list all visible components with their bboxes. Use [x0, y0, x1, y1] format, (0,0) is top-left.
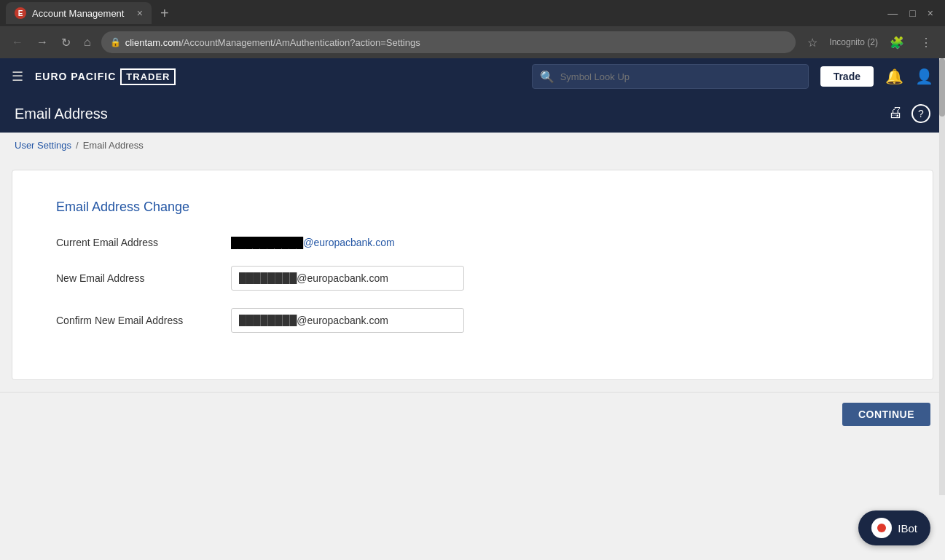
brand-box: TRADER — [120, 68, 176, 85]
new-email-row: New Email Address — [56, 266, 889, 291]
user-icon[interactable]: 👤 — [915, 68, 933, 85]
search-input[interactable] — [560, 71, 801, 82]
browser-menu-button[interactable]: ⋮ — [916, 33, 936, 52]
brand-logo: EURO PACIFIC TRADER — [35, 68, 176, 85]
url-domain: clientam.com — [125, 37, 181, 48]
incognito-badge: Incognito (2) — [829, 37, 878, 47]
browser-chrome: E Account Management × + — □ × ← → ↻ ⌂ 🔒… — [0, 0, 945, 58]
url-path: /AccountManagement/AmAuthentication?acti… — [181, 37, 420, 48]
form-card: Email Address Change Current Email Addre… — [12, 170, 933, 380]
footer-bar: CONTINUE — [0, 392, 945, 436]
ibot-dot — [877, 524, 886, 532]
scrollbar[interactable] — [939, 58, 945, 495]
current-email-value: ██████████@europacbank.com — [231, 237, 395, 248]
confirm-email-row: Confirm New Email Address — [56, 308, 889, 333]
notification-icon[interactable]: 🔔 — [885, 68, 903, 85]
search-icon: 🔍 — [540, 70, 554, 84]
breadcrumb-current: Email Address — [83, 140, 144, 151]
breadcrumb-parent[interactable]: User Settings — [15, 140, 71, 151]
address-bar: ← → ↻ ⌂ 🔒 clientam.com/AccountManagement… — [0, 26, 945, 58]
tab-bar: E Account Management × + — □ × — [0, 0, 945, 26]
app-header: ☰ EURO PACIFIC TRADER 🔍 Trade 🔔 👤 — [0, 58, 945, 95]
lock-icon: 🔒 — [110, 37, 121, 47]
active-tab[interactable]: E Account Management × — [6, 2, 152, 24]
back-button[interactable]: ← — [9, 33, 26, 52]
new-email-input[interactable] — [231, 266, 464, 291]
search-bar[interactable]: 🔍 — [532, 64, 809, 89]
main-content: Email Address Change Current Email Addre… — [0, 158, 945, 392]
new-tab-button[interactable]: + — [154, 5, 175, 22]
confirm-email-label: Confirm New Email Address — [56, 315, 231, 326]
home-button[interactable]: ⌂ — [81, 33, 94, 52]
print-icon[interactable]: 🖨 — [888, 104, 903, 123]
tab-title: Account Management — [32, 8, 131, 19]
scrollbar-thumb[interactable] — [939, 58, 945, 117]
breadcrumb-separator: / — [76, 140, 79, 151]
page-header: Email Address 🖨 ? — [0, 95, 945, 133]
current-email-row: Current Email Address ██████████@europac… — [56, 237, 889, 248]
url-bar[interactable]: 🔒 clientam.com/AccountManagement/AmAuthe… — [101, 31, 796, 53]
ibot-widget[interactable]: IBot — [858, 510, 930, 545]
trade-button[interactable]: Trade — [820, 66, 874, 87]
breadcrumb: User Settings / Email Address — [0, 133, 945, 158]
forward-button[interactable]: → — [34, 33, 51, 52]
new-email-label: New Email Address — [56, 272, 231, 284]
page-title: Email Address — [15, 106, 108, 122]
ibot-icon — [871, 518, 892, 538]
brand-name: EURO PACIFIC — [35, 71, 116, 82]
current-email-domain: @europacbank.com — [303, 237, 395, 248]
restore-button[interactable]: □ — [909, 7, 915, 19]
current-email-redacted: ██████████ — [231, 237, 303, 248]
window-controls: — □ × — [887, 7, 939, 19]
continue-button[interactable]: CONTINUE — [842, 403, 930, 426]
help-icon[interactable]: ? — [911, 104, 930, 123]
page-header-actions: 🖨 ? — [888, 104, 930, 123]
refresh-button[interactable]: ↻ — [58, 33, 74, 52]
current-email-label: Current Email Address — [56, 237, 231, 248]
tab-close-button[interactable]: × — [137, 8, 143, 18]
minimize-button[interactable]: — — [887, 7, 898, 19]
hamburger-icon[interactable]: ☰ — [12, 68, 23, 84]
confirm-email-input[interactable] — [231, 308, 464, 333]
card-title: Email Address Change — [56, 200, 889, 215]
ibot-label: IBot — [898, 522, 917, 535]
close-button[interactable]: × — [928, 7, 933, 19]
url-text: clientam.com/AccountManagement/AmAuthent… — [125, 37, 420, 48]
extensions-icon[interactable]: 🧩 — [885, 33, 909, 52]
tab-favicon: E — [15, 7, 26, 19]
bookmark-icon[interactable]: ☆ — [803, 33, 822, 52]
